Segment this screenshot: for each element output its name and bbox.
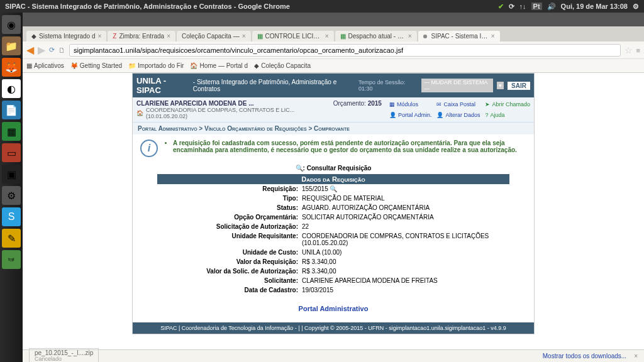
gear-icon[interactable]: ⚙ xyxy=(633,3,639,11)
os-titlebar: SIPAC - Sistema Integrado de Patrimônio,… xyxy=(0,0,644,13)
window-title: SIPAC - Sistema Integrado de Patrimônio,… xyxy=(5,3,290,10)
os-indicators: ✔ ⟳ ↑↓ Pt 🔊 Qui, 19 de Mar 13:08 ⚙ xyxy=(498,3,639,11)
check-icon: ✔ xyxy=(498,3,504,11)
network-icon: ↑↓ xyxy=(519,3,526,10)
clock: Qui, 19 de Mar 13:08 xyxy=(561,3,628,10)
sound-icon[interactable]: 🔊 xyxy=(547,3,556,11)
lang-indicator[interactable]: Pt xyxy=(531,3,542,10)
sync-icon: ⟳ xyxy=(509,3,514,11)
